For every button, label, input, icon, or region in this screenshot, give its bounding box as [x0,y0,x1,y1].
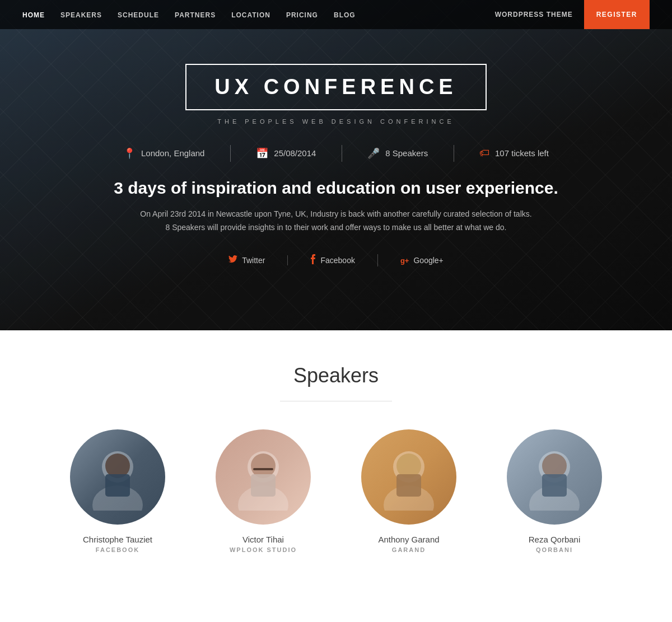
nav-link-schedule[interactable]: SCHEDULE [118,11,159,19]
speaker-avatar-christophe [70,429,165,525]
svg-rect-7 [251,474,276,497]
svg-rect-16 [542,474,567,497]
speaker-name-reza: Reza Qorbani [529,535,581,544]
speakers-title: Speakers [293,364,379,387]
register-button[interactable]: REGISTER [584,0,650,29]
calendar-icon: 📅 [256,147,268,160]
speaker-card-victor: Victor Tihai WPLOOK STUDIO [207,429,319,553]
speaker-avatar-victor [216,429,311,525]
nav-links: HOME SPEAKERS SCHEDULE PARTNERS LOCATION… [22,10,356,20]
navbar: HOME SPEAKERS SCHEDULE PARTNERS LOCATION… [0,0,672,29]
stat-divider-2 [342,145,342,162]
hero-content: UX CONFERENCE THE PEOPLES WEB DESIGN CON… [0,64,672,267]
twitter-label: Twitter [242,256,265,265]
stat-speakers: 🎤 8 Speakers [367,147,428,160]
stat-speakers-text: 8 Speakers [385,148,428,158]
speaker-card-reza: Reza Qorbani QORBANI [498,429,610,553]
stat-divider-3 [454,145,454,162]
nav-link-blog[interactable]: BLOG [334,11,356,19]
mic-icon: 🎤 [367,147,380,160]
stat-tickets-text: 107 tickets left [495,148,549,158]
stat-date: 📅 25/08/2014 [256,147,316,160]
avatar-placeholder-3 [361,429,456,525]
speaker-avatar-reza [507,429,602,525]
hero-logo: UX CONFERENCE [214,75,457,99]
nav-item-speakers[interactable]: SPEAKERS [60,10,102,20]
svg-rect-8 [253,468,273,470]
speakers-divider [280,401,392,401]
speaker-card-anthony: Anthony Garand GARAND [353,429,465,553]
svg-rect-3 [105,474,130,497]
speaker-avatar-anthony [361,429,456,525]
googleplus-icon: g+ [400,256,409,265]
avatar-placeholder-4 [507,429,602,525]
hero-stats: 📍 London, England 📅 25/08/2014 🎤 8 Speak… [123,145,549,162]
speaker-name-christophe: Christophe Tauziet [83,535,152,544]
nav-link-pricing[interactable]: PRICING [286,11,318,19]
nav-item-blog[interactable]: BLOG [334,10,356,20]
hero-subtitle: THE PEOPLES WEB DESIGN CONFERINCE [217,118,455,125]
hero-description: On April 23rd 2014 in Newcastle upon Tyn… [140,208,532,235]
hero-logo-box: UX CONFERENCE [185,64,486,110]
nav-link-home[interactable]: HOME [22,11,45,19]
stat-divider-1 [230,145,231,162]
googleplus-label: Google+ [413,256,443,265]
speaker-name-victor: Victor Tihai [242,535,284,544]
hero-heading: 3 days of inspiration and education on u… [114,179,558,198]
speaker-company-anthony: GARAND [392,546,426,553]
avatar-placeholder-2 [216,429,311,525]
svg-rect-12 [396,474,421,497]
facebook-label: Facebook [320,256,354,265]
nav-item-partners[interactable]: PARTNERS [175,10,216,20]
nav-item-pricing[interactable]: PRICING [286,10,318,20]
speakers-section: Speakers Christophe Tauziet FACEBOOK [0,330,672,598]
nav-link-partners[interactable]: PARTNERS [175,11,216,19]
speaker-card-christophe: Christophe Tauziet FACEBOOK [62,429,174,553]
nav-link-speakers[interactable]: SPEAKERS [60,11,102,19]
wordpress-theme-label: WORDPRESS THEME [495,11,573,18]
hero-section: UX CONFERENCE THE PEOPLES WEB DESIGN CON… [0,0,672,330]
social-links: Twitter Facebook g+ Google+ [206,254,466,266]
speaker-company-christophe: FACEBOOK [96,546,139,553]
facebook-link[interactable]: Facebook [288,254,377,266]
speaker-name-anthony: Anthony Garand [378,535,439,544]
nav-item-schedule[interactable]: SCHEDULE [118,10,159,20]
twitter-icon [228,255,237,265]
stat-date-text: 25/08/2014 [274,148,316,158]
stat-tickets: 🏷 107 tickets left [479,147,549,159]
twitter-link[interactable]: Twitter [206,255,288,265]
facebook-icon [310,254,316,266]
nav-item-location[interactable]: LOCATION [231,10,270,20]
ticket-icon: 🏷 [479,147,489,159]
nav-item-home[interactable]: HOME [22,10,45,20]
speakers-grid: Christophe Tauziet FACEBOOK Victor Tihai… [62,429,610,553]
googleplus-link[interactable]: g+ Google+ [378,256,466,265]
avatar-placeholder-1 [70,429,165,525]
nav-link-location[interactable]: LOCATION [231,11,270,19]
location-icon: 📍 [123,147,136,160]
speaker-company-reza: QORBANI [536,546,573,553]
stat-location-text: London, England [141,148,204,158]
speaker-company-victor: WPLOOK STUDIO [230,546,297,553]
stat-location: 📍 London, England [123,147,204,160]
nav-right: WORDPRESS THEME REGISTER [495,0,650,29]
